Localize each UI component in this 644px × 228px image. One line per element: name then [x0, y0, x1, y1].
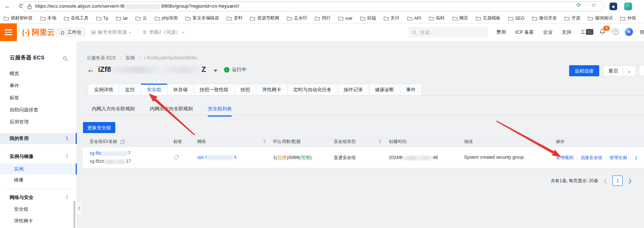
bookmark-folder[interactable]: 资料 [227, 15, 242, 21]
instance-tab[interactable]: 快照一致性组 [193, 84, 235, 96]
bookmark-label: SEO [515, 16, 524, 21]
sidebar-item[interactable]: 概览 [0, 67, 77, 80]
bookmark-folder[interactable]: 前端 [360, 15, 376, 21]
sidebar-search-icon[interactable] [63, 55, 68, 62]
instance-tab[interactable]: 监控 [119, 84, 141, 96]
instance-tab[interactable]: 安全组 [141, 84, 167, 96]
header-nav-link[interactable]: 企业 [543, 29, 553, 36]
user-avatar[interactable]: ✳ [625, 28, 633, 36]
bookmark-folder[interactable]: 德材塑科技 [4, 15, 33, 21]
prev-page-icon[interactable]: ❮ [603, 178, 607, 184]
more-dots-icon[interactable]: ⋮ [65, 151, 69, 162]
search-input[interactable] [419, 29, 480, 36]
bookmark-folder[interactable]: 漏洞测试 [588, 15, 612, 21]
bookmark-folder[interactable]: 在线工具 [64, 15, 88, 21]
manage-instances-link[interactable]: 管理实例 [609, 155, 627, 161]
bookmark-folder[interactable]: 去水印 [287, 15, 307, 21]
main-content: 云服务器 ECS / 实例 / i-f8zb5uq6o5p3mbz8908v ←… [77, 41, 644, 228]
clone-sg-link[interactable]: 克隆安全组 [580, 155, 603, 161]
notification-badge: 4 [603, 26, 610, 31]
more-actions-button-partial[interactable] [639, 65, 644, 76]
browser-back-icon[interactable]: ← [4, 3, 11, 10]
region-dropdown[interactable]: 华南2（河源） ▾ [142, 29, 184, 36]
instance-tab[interactable]: 操作记录 [337, 84, 369, 96]
next-page-icon[interactable]: ❯ [628, 178, 632, 184]
bookmark-folder[interactable]: php加密 [155, 15, 178, 21]
change-security-group-button[interactable]: 更换安全组 [83, 122, 115, 133]
back-arrow-icon[interactable]: ← [87, 65, 95, 74]
row-more-dots-icon[interactable]: ⋮ [634, 155, 638, 161]
header-nav-link[interactable]: 支持 [562, 29, 571, 36]
extension-icon[interactable]: ◆ [609, 3, 617, 10]
sidebar-item[interactable]: 事件 [0, 80, 77, 92]
header-nav-link[interactable]: ICP 备案 [515, 29, 534, 36]
favorite-star-icon[interactable]: ☆ [591, 2, 596, 8]
header-nav-link[interactable]: 费用 [496, 29, 506, 36]
sidebar-item-eni[interactable]: 弹性网卡 [0, 216, 77, 227]
bookmark-folder[interactable]: 云 [135, 15, 147, 21]
filter-icon[interactable] [378, 140, 382, 144]
hamburger-menu-icon[interactable] [0, 23, 17, 41]
vpc-link[interactable]: vpc-f4 [197, 155, 236, 160]
language-toggle[interactable]: 简 [640, 29, 644, 36]
instance-tab[interactable]: 块存储 [167, 84, 194, 96]
sidebar-scrollbar[interactable] [73, 201, 75, 228]
workbench-button[interactable]: 工作台 [56, 27, 86, 37]
bookmark-folder[interactable]: 临时 [429, 15, 445, 21]
bookmark-folder[interactable]: 外链 [620, 15, 636, 21]
bookmark-folder[interactable]: 网店 [452, 15, 468, 21]
cloudshell-icon[interactable]: >_ [586, 29, 593, 35]
sidebar-item-instance[interactable]: 实例 [0, 163, 77, 174]
bookmark-folder[interactable]: 支付 [384, 15, 399, 21]
bookmark-folder[interactable]: 主题模板 [476, 15, 500, 21]
sidebar-item-network-security[interactable]: 网络与安全 ⋮ [0, 192, 77, 203]
sidebar-item-instances-images[interactable]: 实例与镜像 ⋮ [0, 151, 77, 162]
restart-more-dropdown[interactable]: ⌄ [623, 65, 636, 76]
sidebar-item[interactable]: 自助问题排查 [0, 104, 77, 116]
more-dots-icon[interactable]: ⋮ [65, 192, 69, 203]
sidebar-collapse-handle[interactable]: ❮ [77, 202, 82, 215]
breadcrumb-ecs[interactable]: 云服务器 ECS [87, 55, 116, 60]
instance-tab[interactable]: 定时与自动化任务 [287, 84, 338, 96]
sg-id-link[interactable]: sg-f8z7 [90, 151, 130, 156]
manage-rules-link[interactable]: 管理规则 [556, 155, 574, 161]
instance-tab[interactable]: 健康诊断 [369, 84, 400, 96]
bookmark-folder[interactable]: 同行 [315, 15, 330, 21]
console-search[interactable] [408, 27, 488, 38]
bookmark-folder[interactable]: lar [116, 16, 128, 21]
copy-icon[interactable] [120, 140, 125, 144]
resource-scope-dropdown[interactable]: 账号全部资源 ▾ [91, 29, 131, 36]
sidebar-item[interactable]: 标签 [0, 92, 77, 104]
sidebar-item-favorites[interactable]: 我的常用 ⋮ [0, 133, 77, 144]
instance-tab[interactable]: 快照 [234, 84, 256, 96]
filter-icon[interactable] [263, 140, 267, 144]
breadcrumb-instances[interactable]: 实例 [126, 55, 135, 60]
aliyun-logo[interactable]: (-) 阿里云 [22, 27, 55, 37]
restart-button[interactable]: 重启 [603, 65, 623, 76]
extension-icon-2[interactable] [624, 3, 632, 10]
sidebar-item[interactable]: 应用管理 [0, 116, 77, 128]
browser-toolbar: ← ⟳ https://ecs.console.aliyun.com/serve… [0, 0, 644, 13]
address-bar[interactable]: https://ecs.console.aliyun.com/server/i-… [22, 1, 604, 11]
bookmark-folder[interactable]: SEO [508, 16, 524, 21]
bookmark-folder[interactable]: 富文本编辑器 [185, 15, 219, 21]
sidebar-item-image[interactable]: 镜像 [0, 174, 77, 185]
bookmark-folder[interactable]: 开源 [564, 15, 580, 21]
remote-connect-button[interactable]: 远程连接 [569, 65, 599, 76]
translate-sync-icon[interactable]: ⟳ [576, 2, 581, 8]
tag-icon[interactable] [173, 155, 179, 160]
bookmark-folder[interactable]: 微信开发 [532, 15, 557, 21]
instance-tab[interactable]: 事件 [400, 84, 422, 96]
bookmark-folder[interactable]: API [407, 16, 421, 21]
instance-title-dropdown-icon[interactable] [214, 70, 217, 72]
bookmark-folder[interactable]: 本地 [40, 15, 56, 21]
instance-tab[interactable]: 实例详情 [88, 84, 119, 96]
current-page[interactable]: 1 [612, 176, 623, 186]
help-icon[interactable]: ? [612, 29, 619, 35]
more-dots-icon[interactable]: ⋮ [65, 133, 69, 144]
sidebar-item-security-group[interactable]: 安全组 [0, 204, 77, 215]
instance-tab[interactable]: 弹性网卡 [256, 84, 287, 96]
bookmark-folder[interactable]: 资源导航网 [250, 15, 279, 21]
bookmark-folder[interactable]: Tp [96, 16, 108, 21]
bookmark-folder[interactable]: vue [338, 16, 352, 21]
